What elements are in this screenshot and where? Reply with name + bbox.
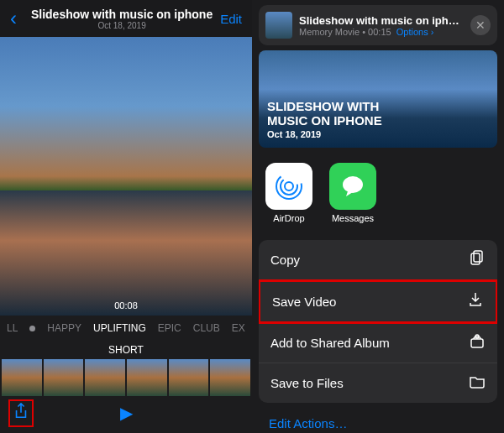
app-label: AirDrop — [265, 213, 312, 223]
share-apps-row: AirDrop Messages — [252, 151, 504, 235]
bottom-toolbar: ▶ — [0, 396, 252, 430]
copy-action[interactable]: Copy — [259, 240, 497, 280]
messages-icon — [329, 163, 376, 210]
memory-editor-panel: ‹ Slideshow with music on iphone Oct 18,… — [0, 0, 252, 433]
thumbnail[interactable] — [2, 359, 42, 396]
card-subtitle: Memory Movie • 00:15 Options › — [299, 27, 464, 37]
airdrop-app[interactable]: AirDrop — [265, 163, 312, 223]
mood-option[interactable]: EPIC — [158, 322, 181, 334]
header: ‹ Slideshow with music on iphone Oct 18,… — [0, 0, 252, 37]
folder-icon — [469, 373, 486, 394]
mood-option[interactable]: HAPPY — [47, 322, 81, 334]
thumbnail[interactable] — [169, 359, 209, 396]
preview-title-line2: MUSIC ON IPHONE — [267, 114, 489, 128]
subtitle: Oct 18, 2019 — [24, 21, 220, 30]
mood-option[interactable]: LL — [7, 322, 18, 334]
thumbnail-strip[interactable] — [0, 359, 252, 396]
svg-rect-4 — [474, 251, 482, 262]
preview-date: Oct 18, 2019 — [267, 129, 489, 139]
thumbnail[interactable] — [44, 359, 84, 396]
messages-app[interactable]: Messages — [329, 163, 376, 223]
thumbnail[interactable] — [210, 359, 250, 396]
add-shared-album-action[interactable]: Add to Shared Album — [259, 323, 497, 363]
header-title: Slideshow with music on iphone Oct 18, 2… — [24, 8, 220, 30]
preview-title-line1: SLIDESHOW WITH — [267, 100, 489, 114]
svg-point-1 — [281, 178, 297, 195]
mood-option[interactable]: CLUB — [193, 322, 220, 334]
card-title: Slideshow with music on iphone — [299, 14, 464, 27]
thumbnail[interactable] — [127, 359, 167, 396]
action-label: Add to Shared Album — [270, 336, 390, 350]
actions-list: Copy Save Video Add to Shared Album Save… — [259, 240, 497, 403]
mood-indicator-icon — [29, 326, 35, 331]
share-item-card: Slideshow with music on iphone Memory Mo… — [259, 5, 497, 45]
svg-point-0 — [285, 182, 293, 190]
timecode: 00:08 — [114, 300, 138, 310]
download-icon — [467, 291, 484, 312]
svg-point-3 — [343, 176, 363, 193]
shared-album-icon — [469, 332, 486, 353]
action-label: Copy — [270, 253, 300, 267]
airdrop-icon — [265, 163, 312, 210]
share-sheet-panel: Slideshow with music on iphone Memory Mo… — [252, 0, 504, 433]
mood-option[interactable]: EX — [232, 322, 245, 334]
edit-actions-button[interactable]: Edit Actions… — [252, 408, 504, 433]
thumbnail[interactable] — [85, 359, 125, 396]
svg-rect-6 — [471, 339, 483, 347]
video-preview-card: SLIDESHOW WITH MUSIC ON IPHONE Oct 18, 2… — [259, 50, 497, 148]
share-button-highlight — [8, 399, 34, 427]
mood-option-selected[interactable]: UPLIFTING — [93, 322, 146, 334]
copy-icon — [469, 249, 486, 270]
save-files-action[interactable]: Save to Files — [259, 363, 497, 403]
options-button[interactable]: Options › — [396, 27, 434, 37]
video-preview[interactable]: 00:08 — [0, 37, 252, 316]
title: Slideshow with music on iphone — [24, 8, 220, 21]
mood-selector[interactable]: LL HAPPY UPLIFTING EPIC CLUB EX — [0, 316, 252, 341]
share-icon[interactable] — [13, 404, 29, 423]
app-label: Messages — [329, 213, 376, 223]
save-video-action[interactable]: Save Video — [259, 279, 497, 324]
action-label: Save Video — [272, 295, 336, 309]
svg-rect-5 — [471, 253, 480, 264]
play-icon[interactable]: ▶ — [120, 403, 133, 423]
card-thumbnail — [265, 12, 292, 39]
close-icon[interactable]: ✕ — [470, 15, 491, 35]
duration-label[interactable]: SHORT — [0, 341, 252, 359]
back-icon[interactable]: ‹ — [10, 7, 17, 30]
action-label: Save to Files — [270, 376, 344, 390]
edit-button[interactable]: Edit — [220, 12, 242, 26]
